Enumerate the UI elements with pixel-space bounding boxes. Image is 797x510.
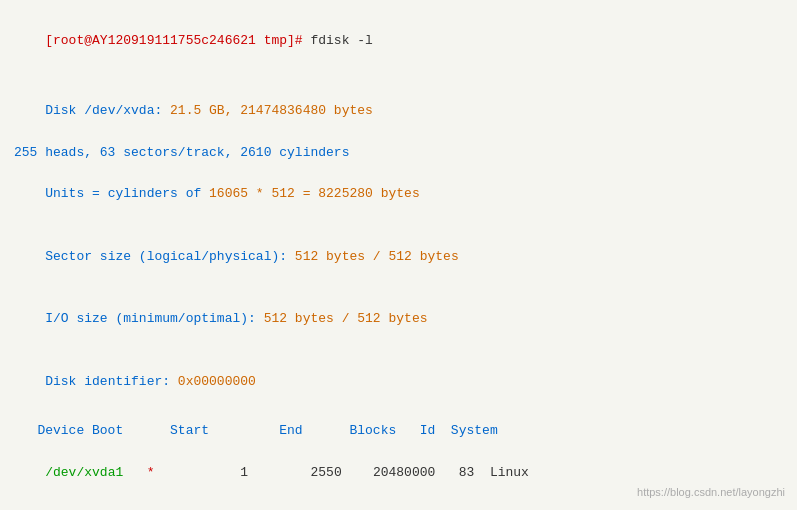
table1-row1-boot: * <box>123 465 154 480</box>
disk1-size: 21.5 GB, 21474836480 bytes <box>170 103 373 118</box>
disk1-io-label: I/O size (minimum/optimal): <box>45 311 263 326</box>
disk1-io-value: 512 bytes / 512 bytes <box>264 311 428 326</box>
disk1-sector-label: Sector size (logical/physical): <box>45 249 295 264</box>
disk1-units-label: Units = cylinders of <box>45 186 209 201</box>
disk1-line3: Units = cylinders of 16065 * 512 = 82252… <box>14 164 783 226</box>
disk1-line5: I/O size (minimum/optimal): 512 bytes / … <box>14 288 783 350</box>
command: fdisk -l <box>310 33 372 48</box>
table1-row1-rest: 1 2550 20480000 83 Linux <box>154 465 528 480</box>
disk1-id-label: Disk identifier: <box>45 374 178 389</box>
table1-row2: /dev/xvda2 2550 2611 490496 82 Linux swa… <box>14 504 783 510</box>
disk1-id-value: 0x00000000 <box>178 374 256 389</box>
table1-row1-dev: /dev/xvda1 <box>45 465 123 480</box>
command-line: [root@AY120919111755c246621 tmp]# fdisk … <box>14 10 783 72</box>
disk1-label: Disk /dev/xvda: <box>45 103 170 118</box>
disk1-sector-value: 512 bytes / 512 bytes <box>295 249 459 264</box>
disk1-line6: Disk identifier: 0x00000000 <box>14 351 783 413</box>
prompt: [root@AY120919111755c246621 tmp]# <box>45 33 310 48</box>
disk1-units-value: 16065 * 512 = 8225280 bytes <box>209 186 420 201</box>
disk1-line2: 255 heads, 63 sectors/track, 2610 cylind… <box>14 143 783 164</box>
disk1-line4: Sector size (logical/physical): 512 byte… <box>14 226 783 288</box>
table1-header: Device Boot Start End Blocks Id System <box>14 421 783 442</box>
disk1-line1: Disk /dev/xvda: 21.5 GB, 21474836480 byt… <box>14 80 783 142</box>
terminal: [root@AY120919111755c246621 tmp]# fdisk … <box>0 0 797 510</box>
watermark: https://blog.csdn.net/layongzhi <box>637 486 785 498</box>
